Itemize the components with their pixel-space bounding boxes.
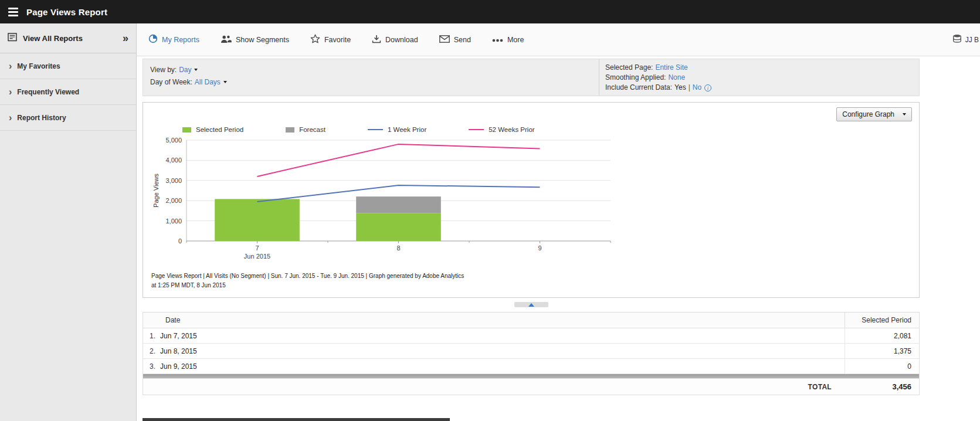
- sidebar-item-label: Report History: [17, 114, 66, 122]
- filter-left: View by: Day Day of Week: All Days: [143, 59, 599, 96]
- horizontal-scrollbar[interactable]: [143, 374, 919, 378]
- table-total-row: TOTAL 3,456: [143, 378, 919, 395]
- report-icon: [8, 33, 18, 44]
- sidebar: View All Reports » › My Favorites › Freq…: [0, 23, 137, 421]
- include-current-no-link[interactable]: No: [693, 83, 701, 92]
- chevron-right-icon: ›: [9, 113, 12, 123]
- row-number: 2.: [143, 344, 160, 358]
- configure-graph-button[interactable]: Configure Graph: [836, 107, 912, 121]
- view-all-reports-label: View All Reports: [23, 34, 83, 43]
- more-button[interactable]: More: [492, 36, 524, 44]
- total-label: TOTAL: [143, 383, 845, 391]
- main-content: My Reports Show Segments Favorite Downlo…: [137, 23, 980, 421]
- graph-collapse-handle[interactable]: [514, 302, 548, 307]
- my-reports-button[interactable]: My Reports: [148, 34, 199, 45]
- column-header-selected-period[interactable]: Selected Period: [845, 313, 919, 328]
- svg-text:7: 7: [255, 245, 259, 252]
- filter-right: Selected Page: Entire Site Smoothing App…: [599, 59, 919, 96]
- next-section-edge: [143, 418, 450, 421]
- svg-text:3,000: 3,000: [165, 177, 182, 184]
- page-views-chart: 01,0002,0003,0004,0005,000789Jun 2015Pag…: [150, 135, 619, 263]
- ellipsis-icon: [492, 36, 503, 44]
- send-label: Send: [454, 36, 471, 44]
- table-header-row: Date Selected Period: [143, 313, 919, 328]
- chart-caption: Page Views Report | All Visits (No Segme…: [151, 271, 912, 290]
- chart-caption-line1: Page Views Report | All Visits (No Segme…: [151, 271, 912, 281]
- my-reports-label: My Reports: [162, 36, 199, 44]
- view-by-value: Day: [179, 66, 191, 74]
- sidebar-item-label: Frequently Viewed: [17, 88, 79, 96]
- svg-text:Jun 2015: Jun 2015: [244, 253, 270, 260]
- svg-text:2,000: 2,000: [165, 197, 182, 204]
- report-filter-bar: View by: Day Day of Week: All Days Selec…: [143, 59, 920, 96]
- svg-text:0: 0: [178, 237, 182, 245]
- svg-text:8: 8: [396, 245, 400, 252]
- smoothing-filter: Smoothing Applied: None: [605, 73, 919, 82]
- sidebar-item-my-favorites[interactable]: › My Favorites: [0, 53, 136, 79]
- chart-legend: Selected Period Forecast 1 Week Prior 52…: [182, 126, 912, 133]
- legend-swatch: [469, 129, 484, 130]
- download-button[interactable]: Download: [372, 35, 418, 45]
- download-icon: [372, 35, 381, 45]
- info-icon[interactable]: [704, 84, 711, 91]
- row-value: 2,081: [845, 328, 919, 343]
- chevron-right-icon: ›: [9, 62, 12, 71]
- row-date: Jun 7, 2015: [160, 328, 845, 343]
- favorite-button[interactable]: Favorite: [310, 34, 351, 45]
- more-label: More: [507, 36, 524, 44]
- sidebar-view-all-reports[interactable]: View All Reports »: [0, 23, 136, 53]
- sidebar-item-frequently-viewed[interactable]: › Frequently Viewed: [0, 79, 136, 105]
- graph-panel: Configure Graph Selected Period Forecast: [143, 102, 920, 298]
- legend-label: 52 Weeks Prior: [489, 126, 534, 133]
- table-row[interactable]: 1. Jun 7, 2015 2,081: [143, 328, 919, 344]
- include-current-yes[interactable]: Yes: [674, 83, 686, 92]
- layout: View All Reports » › My Favorites › Freq…: [0, 23, 980, 421]
- page-title: Page Views Report: [26, 7, 107, 17]
- smoothing-link[interactable]: None: [668, 73, 685, 82]
- legend-label: Forecast: [299, 126, 325, 133]
- view-by-select[interactable]: Day: [179, 66, 191, 74]
- include-current-data-label: Include Current Data:: [605, 83, 672, 92]
- smoothing-label: Smoothing Applied:: [605, 73, 666, 82]
- collapse-sidebar-icon[interactable]: »: [123, 33, 128, 43]
- show-segments-button[interactable]: Show Segments: [221, 35, 289, 45]
- row-value: 1,375: [845, 344, 919, 358]
- pie-chart-icon: [148, 34, 158, 45]
- view-by-filter: View by: Day: [150, 66, 599, 74]
- sidebar-item-report-history[interactable]: › Report History: [0, 105, 136, 131]
- people-icon: [221, 35, 232, 45]
- caret-down-icon: [903, 113, 906, 116]
- svg-text:4,000: 4,000: [165, 157, 182, 164]
- legend-item-1-week-prior: 1 Week Prior: [368, 126, 426, 133]
- table-row[interactable]: 2. Jun 8, 2015 1,375: [143, 344, 919, 359]
- triangle-up-icon: [528, 303, 534, 307]
- chart-caption-line2: at 1:25 PM MDT, 8 Jun 2015: [151, 281, 912, 290]
- table-row[interactable]: 3. Jun 9, 2015 0: [143, 359, 919, 374]
- menu-icon[interactable]: [8, 8, 18, 16]
- selected-page-link[interactable]: Entire Site: [655, 63, 687, 72]
- legend-item-52-weeks-prior: 52 Weeks Prior: [469, 126, 534, 133]
- row-date: Jun 9, 2015: [160, 359, 845, 374]
- legend-label: 1 Week Prior: [388, 126, 426, 133]
- user-label: JJ B: [965, 36, 979, 44]
- send-button[interactable]: Send: [439, 35, 471, 45]
- database-icon: [952, 34, 962, 45]
- data-table: Date Selected Period 1. Jun 7, 2015 2,08…: [143, 312, 920, 395]
- svg-text:5,000: 5,000: [165, 137, 182, 144]
- user-menu[interactable]: JJ B: [952, 23, 979, 56]
- row-number: 3.: [143, 359, 160, 374]
- legend-swatch: [368, 129, 383, 130]
- legend-swatch: [182, 127, 191, 133]
- show-segments-label: Show Segments: [236, 36, 289, 44]
- column-header-date[interactable]: Date: [143, 313, 845, 328]
- caret-down-icon: [194, 69, 198, 71]
- legend-item-selected-period: Selected Period: [182, 126, 243, 133]
- svg-text:1,000: 1,000: [165, 218, 182, 225]
- app-header: Page Views Report: [0, 0, 980, 23]
- legend-item-forecast: Forecast: [286, 126, 325, 133]
- day-of-week-select[interactable]: All Days: [195, 78, 221, 86]
- graph-config-row: Configure Graph: [150, 107, 912, 121]
- envelope-icon: [439, 35, 450, 45]
- include-current-data-filter: Include Current Data: Yes | No: [605, 83, 919, 92]
- selected-page-label: Selected Page:: [605, 63, 653, 72]
